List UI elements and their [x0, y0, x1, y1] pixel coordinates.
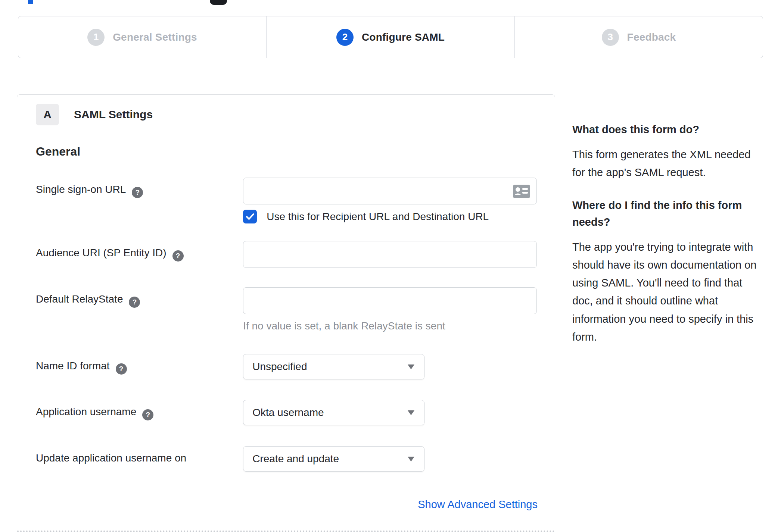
recipient-url-checkbox[interactable]	[243, 210, 257, 223]
field-row-update-username: Update application username on Create an…	[36, 446, 537, 472]
cutoff-app-logo-fragment	[210, 0, 227, 5]
update-username-label: Update application username on	[36, 446, 243, 472]
field-row-audience: Audience URI (SP Entity ID)	[36, 241, 537, 268]
step-1-circle: 1	[87, 29, 105, 46]
step-3-circle: 3	[602, 29, 619, 46]
relaystate-helper-text: If no value is set, a blank RelayState i…	[243, 320, 537, 332]
section-badge: A	[36, 104, 59, 125]
field-row-nameid: Name ID format Unspecified	[36, 354, 537, 379]
sso-help-icon[interactable]	[132, 187, 143, 198]
chevron-down-icon	[408, 410, 414, 415]
field-row-relaystate: Default RelayState If no value is set, a…	[36, 287, 537, 332]
step-configure-saml[interactable]: 2 Configure SAML	[267, 16, 515, 58]
relaystate-label: Default RelayState	[36, 287, 243, 332]
step-3-label: Feedback	[627, 31, 676, 43]
recipient-url-checkbox-label: Use this for Recipient URL and Destinati…	[267, 211, 489, 223]
group-title-general: General	[36, 145, 537, 159]
nameid-help-icon[interactable]	[116, 363, 127, 375]
step-feedback[interactable]: 3 Feedback	[515, 16, 763, 58]
section-header: A SAML Settings	[36, 104, 537, 125]
contact-card-icon	[513, 185, 530, 200]
app-username-label: Application username	[36, 400, 243, 425]
application-username-select[interactable]: Okta username	[243, 400, 424, 425]
audience-uri-input[interactable]	[243, 241, 537, 268]
help-sidebar: What does this form do? This form genera…	[572, 121, 761, 362]
chevron-down-icon	[408, 364, 414, 369]
checkmark-icon	[246, 213, 255, 220]
app-username-help-icon[interactable]	[142, 409, 153, 420]
show-advanced-settings-link[interactable]: Show Advanced Settings	[418, 498, 538, 510]
help-question-2: Where do I find the info this form needs…	[572, 197, 761, 231]
help-answer-2: The app you're trying to integrate with …	[572, 238, 761, 346]
application-username-value: Okta username	[252, 407, 324, 419]
sso-checkbox-row: Use this for Recipient URL and Destinati…	[243, 210, 537, 223]
wizard-stepper: 1 General Settings 2 Configure SAML 3 Fe…	[18, 16, 763, 58]
relaystate-help-icon[interactable]	[129, 297, 140, 308]
nameid-label: Name ID format	[36, 354, 243, 379]
audience-label: Audience URI (SP Entity ID)	[36, 241, 243, 268]
sso-url-input[interactable]	[243, 178, 537, 204]
cutoff-blue-fragment	[28, 0, 33, 4]
step-1-label: General Settings	[113, 31, 197, 43]
help-answer-1: This form generates the XML needed for t…	[572, 145, 761, 181]
section-title: SAML Settings	[74, 108, 153, 121]
help-question-1: What does this form do?	[572, 121, 761, 138]
dotted-section-divider	[17, 531, 555, 532]
step-2-circle: 2	[336, 29, 354, 46]
name-id-format-value: Unspecified	[252, 361, 307, 373]
sso-label: Single sign-on URL	[36, 178, 243, 223]
chevron-down-icon	[408, 457, 414, 461]
update-username-select[interactable]: Create and update	[243, 446, 424, 472]
saml-settings-panel: A SAML Settings General Single sign-on U…	[17, 94, 555, 532]
step-2-label: Configure SAML	[362, 31, 445, 43]
field-row-sso: Single sign-on URL	[36, 178, 537, 223]
field-row-app-username: Application username Okta username	[36, 400, 537, 425]
audience-help-icon[interactable]	[172, 250, 184, 262]
update-username-value: Create and update	[252, 453, 339, 465]
relaystate-input[interactable]	[243, 287, 537, 314]
name-id-format-select[interactable]: Unspecified	[243, 354, 424, 379]
step-general-settings[interactable]: 1 General Settings	[18, 16, 267, 58]
